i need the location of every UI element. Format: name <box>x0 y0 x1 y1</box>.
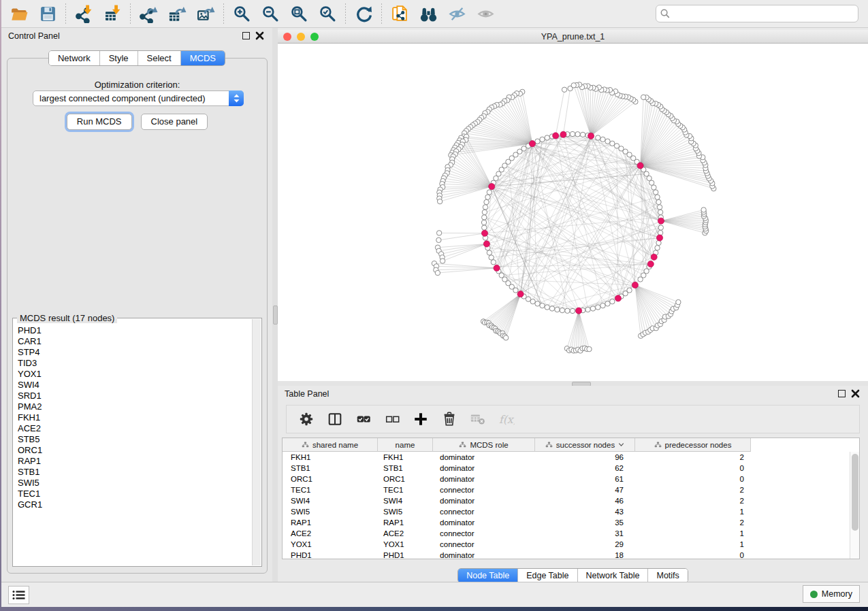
mcds-result-node[interactable]: TEC1 <box>18 489 253 499</box>
ring-node[interactable] <box>530 299 535 303</box>
ring-node[interactable] <box>535 139 540 144</box>
horizontal-splitter[interactable] <box>278 381 868 386</box>
table-float-window-icon[interactable] <box>838 390 846 397</box>
table-row[interactable]: PHD1PHD1dominator180 <box>283 550 850 559</box>
open-folder-button[interactable] <box>8 3 30 24</box>
mcds-result-node[interactable]: STB5 <box>18 434 253 445</box>
ring-node[interactable] <box>570 308 575 313</box>
mcds-result-node[interactable]: SRD1 <box>18 391 253 401</box>
mcds-hub-node[interactable] <box>632 282 638 288</box>
ring-node[interactable] <box>600 303 605 308</box>
mcds-result-node[interactable]: FKH1 <box>18 412 253 423</box>
zoom-selected-button[interactable] <box>317 3 338 24</box>
ring-node[interactable] <box>489 255 494 260</box>
ring-node[interactable] <box>487 190 492 195</box>
mcds-result-node[interactable]: SWI4 <box>18 380 253 391</box>
ring-node[interactable] <box>605 301 610 306</box>
satellite-node[interactable] <box>571 83 576 88</box>
satellite-node[interactable] <box>437 199 442 203</box>
ring-node[interactable] <box>481 220 486 225</box>
satellite-node[interactable] <box>440 259 445 263</box>
ring-node[interactable] <box>656 240 661 245</box>
ring-node[interactable] <box>658 230 662 235</box>
add-row-button[interactable] <box>412 410 430 428</box>
ring-node[interactable] <box>655 195 660 199</box>
satellite-node[interactable] <box>676 299 681 304</box>
tab-mcds[interactable]: MCDS <box>180 51 225 65</box>
save-button[interactable] <box>37 3 59 24</box>
ring-node[interactable] <box>596 135 600 140</box>
ring-node[interactable] <box>555 307 560 312</box>
criterion-dropdown[interactable]: largest connected component (undirected) <box>33 90 244 106</box>
column-header-predecessor-nodes[interactable]: predecessor nodes <box>635 438 751 452</box>
column-header-successor-nodes[interactable]: successor nodes <box>535 438 635 452</box>
mcds-result-node[interactable]: TID3 <box>18 358 253 369</box>
ring-node[interactable] <box>482 225 487 230</box>
mcds-hub-node[interactable] <box>658 218 664 224</box>
ring-node[interactable] <box>600 137 605 142</box>
ring-node[interactable] <box>482 210 487 214</box>
table-row[interactable]: STB1STB1dominator620 <box>283 463 850 474</box>
mcds-result-scrollbar[interactable] <box>252 319 261 565</box>
float-window-icon[interactable] <box>242 32 250 39</box>
close-panel-button[interactable]: Close panel <box>141 114 208 130</box>
tab-style[interactable]: Style <box>99 51 138 65</box>
network-canvas[interactable] <box>278 44 868 381</box>
ring-node[interactable] <box>487 250 492 255</box>
mcds-result-node[interactable]: ORC1 <box>18 445 253 456</box>
table-scrollbar[interactable] <box>850 452 859 559</box>
mcds-result-node[interactable]: SWI5 <box>18 478 253 489</box>
satellite-node[interactable] <box>503 335 508 340</box>
column-header-name[interactable]: name <box>378 438 433 452</box>
mcds-hub-node[interactable] <box>517 291 524 297</box>
satellite-node[interactable] <box>701 208 706 212</box>
mcds-hub-node[interactable] <box>481 230 487 236</box>
tab-motifs[interactable]: Motifs <box>647 569 687 582</box>
ring-node[interactable] <box>652 185 656 190</box>
run-mcds-button[interactable]: Run MCDS <box>67 114 132 130</box>
ring-node[interactable] <box>484 199 489 204</box>
column-header-shared-name[interactable]: shared name <box>283 438 378 452</box>
ring-node[interactable] <box>540 303 545 308</box>
zoom-out-button[interactable] <box>259 3 281 24</box>
ring-node[interactable] <box>658 210 662 214</box>
ring-node[interactable] <box>627 288 632 293</box>
delete-row-button[interactable] <box>440 410 458 428</box>
table-scrollbar-thumb[interactable] <box>852 454 858 531</box>
ring-node[interactable] <box>580 132 585 137</box>
mcds-result-node[interactable]: GCR1 <box>18 499 253 510</box>
table-row[interactable]: SWI5SWI5connector431 <box>283 506 850 517</box>
mcds-result-node[interactable]: STP4 <box>18 347 253 358</box>
ring-node[interactable] <box>585 307 590 312</box>
satellite-node[interactable] <box>436 237 441 242</box>
tab-node-table[interactable]: Node Table <box>458 569 517 582</box>
ring-node[interactable] <box>545 135 549 140</box>
table-row[interactable]: YOX1YOX1connector291 <box>283 539 850 550</box>
export-network-button[interactable] <box>138 3 159 24</box>
mcds-hub-node[interactable] <box>588 133 594 139</box>
mcds-hub-node[interactable] <box>483 241 489 247</box>
table-row[interactable]: RAP1RAP1dominator352 <box>283 517 850 528</box>
ring-node[interactable] <box>549 306 554 311</box>
mcds-result-node[interactable]: STB1 <box>18 467 253 478</box>
mcds-result-node[interactable]: YOX1 <box>18 369 253 380</box>
ring-node[interactable] <box>575 132 580 137</box>
log-console-button[interactable] <box>8 586 29 604</box>
ring-node[interactable] <box>485 195 490 199</box>
table-row[interactable]: ORC1ORC1dominator610 <box>283 474 850 484</box>
ring-node[interactable] <box>482 215 487 220</box>
mcds-hub-node[interactable] <box>494 265 500 271</box>
table-close-panel-icon[interactable] <box>851 389 860 398</box>
memory-button[interactable]: Memory <box>803 585 860 603</box>
mcds-result-node[interactable]: PHD1 <box>18 325 253 336</box>
satellite-node[interactable] <box>641 95 645 99</box>
import-table-button[interactable] <box>101 3 123 24</box>
table-row[interactable]: SWI4SWI4dominator462 <box>283 495 850 506</box>
tab-network-table[interactable]: Network Table <box>577 569 648 582</box>
clear-table-button[interactable] <box>469 410 487 428</box>
function-fx-button[interactable]: f(x) <box>498 410 515 428</box>
ring-node[interactable] <box>565 308 570 313</box>
satellite-node[interactable] <box>435 270 440 275</box>
mcds-hub-node[interactable] <box>529 141 535 147</box>
mcds-hub-node[interactable] <box>656 235 662 241</box>
